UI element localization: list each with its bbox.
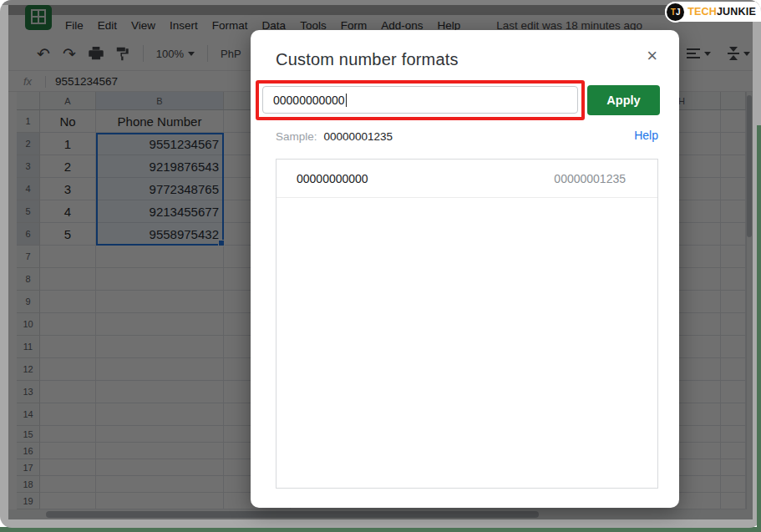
help-link[interactable]: Help: [634, 129, 658, 142]
format-code: 00000000000: [297, 172, 368, 185]
red-highlight-annotation: [256, 80, 585, 120]
brand-first: TECH: [687, 6, 717, 18]
custom-number-formats-dialog: Custom number formats × 00000000000 Appl…: [251, 30, 679, 508]
brand-second: JUNKIE: [717, 6, 756, 18]
format-preview: 00000001235: [554, 172, 626, 185]
format-list-item[interactable]: 00000000000 00000001235: [276, 160, 657, 198]
close-icon[interactable]: ×: [647, 47, 657, 65]
techjunkie-watermark: TJ TECHJUNKIE: [665, 2, 761, 22]
format-list: 00000000000 00000001235: [276, 159, 658, 489]
sample-label: Sample:: [276, 130, 317, 143]
screenshot-frame: File Edit View Insert Format Data Tools …: [0, 0, 761, 528]
techjunkie-logo-icon: TJ: [667, 3, 684, 21]
page: File Edit View Insert Format Data Tools …: [0, 0, 761, 532]
dialog-title: Custom number formats: [276, 50, 459, 69]
apply-button[interactable]: Apply: [587, 85, 660, 115]
sample-row: Sample: 00000001235: [276, 129, 393, 144]
sample-value: 00000001235: [324, 130, 393, 143]
page-background-strip-right: [757, 125, 761, 532]
